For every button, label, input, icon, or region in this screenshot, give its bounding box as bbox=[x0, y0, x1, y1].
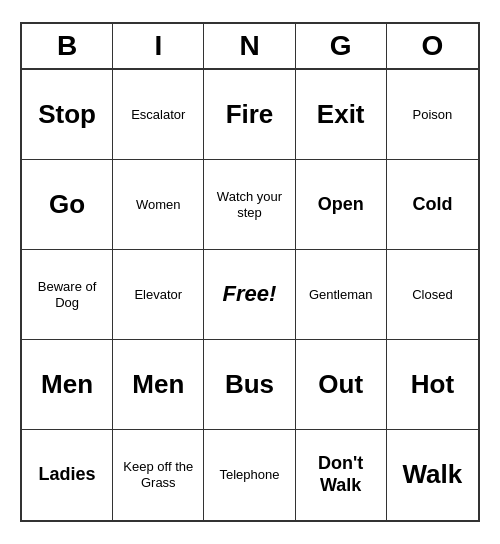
cell-text: Exit bbox=[317, 99, 365, 130]
bingo-cell: Escalator bbox=[113, 70, 204, 160]
bingo-cell: Don't Walk bbox=[296, 430, 387, 520]
bingo-card: BINGO StopEscalatorFireExitPoisonGoWomen… bbox=[20, 22, 480, 522]
bingo-cell: Open bbox=[296, 160, 387, 250]
bingo-cell: Poison bbox=[387, 70, 478, 160]
bingo-cell: Fire bbox=[204, 70, 295, 160]
bingo-cell: Cold bbox=[387, 160, 478, 250]
bingo-cell: Keep off the Grass bbox=[113, 430, 204, 520]
bingo-cell: Hot bbox=[387, 340, 478, 430]
header-letter: O bbox=[387, 24, 478, 68]
header-letter: N bbox=[204, 24, 295, 68]
cell-text: Men bbox=[132, 369, 184, 400]
bingo-cell: Women bbox=[113, 160, 204, 250]
bingo-cell: Men bbox=[22, 340, 113, 430]
bingo-cell: Telephone bbox=[204, 430, 295, 520]
bingo-cell: Ladies bbox=[22, 430, 113, 520]
cell-text: Open bbox=[318, 194, 364, 216]
bingo-cell: Closed bbox=[387, 250, 478, 340]
cell-text: Closed bbox=[412, 287, 452, 303]
bingo-cell: Elevator bbox=[113, 250, 204, 340]
cell-text: Hot bbox=[411, 369, 454, 400]
cell-text: Gentleman bbox=[309, 287, 373, 303]
bingo-cell: Men bbox=[113, 340, 204, 430]
bingo-cell: Walk bbox=[387, 430, 478, 520]
bingo-cell: Bus bbox=[204, 340, 295, 430]
cell-text: Keep off the Grass bbox=[117, 459, 199, 490]
cell-text: Women bbox=[136, 197, 181, 213]
bingo-cell: Stop bbox=[22, 70, 113, 160]
cell-text: Escalator bbox=[131, 107, 185, 123]
bingo-grid: StopEscalatorFireExitPoisonGoWomenWatch … bbox=[22, 70, 478, 520]
cell-text: Watch your step bbox=[208, 189, 290, 220]
cell-text: Cold bbox=[412, 194, 452, 216]
cell-text: Out bbox=[318, 369, 363, 400]
cell-text: Fire bbox=[226, 99, 274, 130]
cell-text: Don't Walk bbox=[300, 453, 382, 496]
cell-text: Go bbox=[49, 189, 85, 220]
bingo-cell: Gentleman bbox=[296, 250, 387, 340]
cell-text: Men bbox=[41, 369, 93, 400]
cell-text: Bus bbox=[225, 369, 274, 400]
bingo-cell: Beware of Dog bbox=[22, 250, 113, 340]
bingo-cell: Out bbox=[296, 340, 387, 430]
cell-text: Walk bbox=[403, 459, 463, 490]
cell-text: Elevator bbox=[134, 287, 182, 303]
cell-text: Telephone bbox=[219, 467, 279, 483]
cell-text: Stop bbox=[38, 99, 96, 130]
cell-text: Free! bbox=[223, 281, 277, 307]
cell-text: Poison bbox=[413, 107, 453, 123]
cell-text: Beware of Dog bbox=[26, 279, 108, 310]
bingo-cell: Watch your step bbox=[204, 160, 295, 250]
bingo-header: BINGO bbox=[22, 24, 478, 70]
header-letter: B bbox=[22, 24, 113, 68]
header-letter: I bbox=[113, 24, 204, 68]
bingo-cell: Exit bbox=[296, 70, 387, 160]
header-letter: G bbox=[296, 24, 387, 68]
cell-text: Ladies bbox=[39, 464, 96, 486]
bingo-cell: Go bbox=[22, 160, 113, 250]
bingo-cell: Free! bbox=[204, 250, 295, 340]
